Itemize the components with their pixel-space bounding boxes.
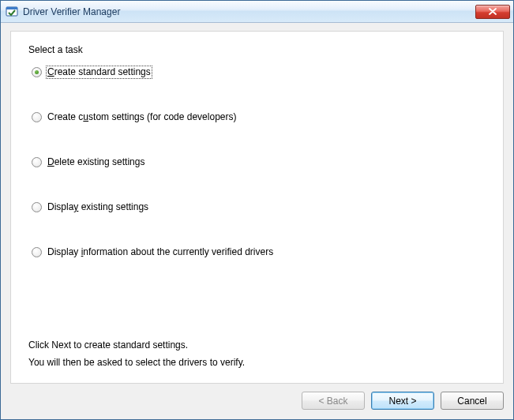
window-title: Driver Verifier Manager — [23, 6, 475, 17]
radio-button[interactable] — [32, 247, 42, 257]
radio-delete-existing[interactable]: Delete existing settings — [32, 156, 486, 168]
titlebar: Driver Verifier Manager — [1, 1, 513, 23]
radio-create-custom[interactable]: Create custom settings (for code develop… — [32, 111, 486, 123]
wizard-buttons: < Back Next > Cancel — [10, 384, 504, 410]
radio-label: Create custom settings (for code develop… — [47, 111, 237, 123]
help-line-1: Click Next to create standard settings. — [28, 337, 486, 353]
radio-display-verified[interactable]: Display information about the currently … — [32, 246, 486, 258]
client-area: Select a task Create standard settings C… — [1, 23, 513, 419]
help-text: Click Next to create standard settings. … — [28, 336, 486, 372]
next-button[interactable]: Next > — [371, 392, 434, 410]
group-label: Select a task — [28, 44, 486, 55]
radio-label: Display existing settings — [47, 201, 149, 213]
window-frame: Driver Verifier Manager Select a task Cr… — [0, 0, 514, 420]
close-button[interactable] — [475, 5, 510, 19]
radio-button[interactable] — [32, 157, 42, 167]
task-options: Create standard settings Create custom s… — [28, 66, 486, 328]
radio-button[interactable] — [32, 112, 42, 122]
radio-button[interactable] — [32, 202, 42, 212]
radio-create-standard[interactable]: Create standard settings — [32, 66, 486, 78]
radio-label: Delete existing settings — [47, 156, 145, 168]
radio-label: Create standard settings — [47, 66, 152, 78]
app-icon — [6, 6, 18, 18]
help-line-2: You will then be asked to select the dri… — [28, 354, 486, 370]
close-icon — [489, 8, 497, 15]
back-button: < Back — [302, 392, 365, 410]
svg-rect-1 — [6, 7, 17, 9]
cancel-button[interactable]: Cancel — [441, 392, 504, 410]
radio-display-existing[interactable]: Display existing settings — [32, 201, 486, 213]
radio-label: Display information about the currently … — [47, 246, 274, 258]
radio-button[interactable] — [32, 67, 42, 77]
task-panel: Select a task Create standard settings C… — [10, 31, 504, 384]
